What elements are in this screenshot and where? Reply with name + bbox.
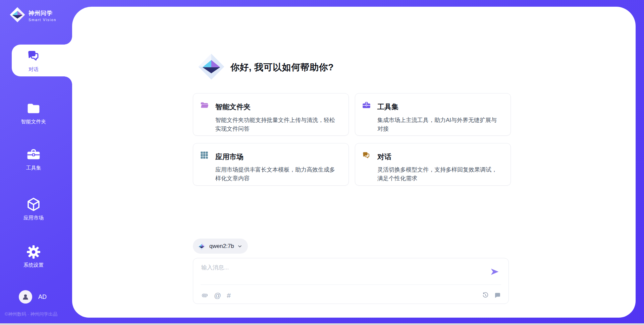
greeting-row: 你好, 我可以如何帮助你? (198, 53, 334, 82)
sidebar-item-app-market[interactable]: 应用市场 (0, 197, 67, 221)
card-description: 灵活切换多模型文件，支持多样回复效果调试，满足个性化需求 (377, 166, 502, 185)
mention-icon[interactable]: @ (214, 292, 221, 299)
chat-icon (26, 49, 41, 64)
chat-bubble-icon[interactable] (494, 292, 501, 299)
user-name: AD (38, 294, 47, 301)
diamond-logo-icon (197, 242, 206, 251)
card-app-market[interactable]: 应用市场 应用市场提供丰富长文本模板，助力高效生成多样化文章内容 (193, 143, 349, 186)
sidebar-item-label: 对话 (29, 66, 39, 73)
toolbox-icon (362, 101, 372, 114)
cube-icon (0, 197, 67, 212)
sidebar-item-label: 工具集 (0, 165, 67, 171)
composer-toolbar: @ # (201, 289, 501, 301)
tab-fillet-bottom (64, 76, 72, 84)
chat-icon (362, 151, 372, 163)
hashtag-icon[interactable]: # (227, 292, 231, 299)
sidebar-item-label: 智能文件夹 (0, 119, 67, 125)
card-title: 应用市场 (215, 152, 340, 161)
gear-icon (0, 245, 67, 259)
send-icon[interactable] (490, 267, 500, 277)
card-toolset[interactable]: 工具集 集成市场上主流工具，助力AI与外界无缝扩展与对接 (355, 93, 511, 136)
history-icon[interactable] (482, 292, 489, 299)
user-profile[interactable]: AD (19, 290, 47, 304)
main-content: 你好, 我可以如何帮助你? 智能文件夹 智能文件夹功能支持批量文件上传与清洗，轻… (193, 0, 511, 325)
tab-fillet-top (64, 37, 72, 45)
sidebar-item-label: 应用市场 (0, 215, 67, 221)
card-title: 智能文件夹 (215, 102, 340, 112)
folder-icon (0, 101, 67, 116)
card-smart-folder[interactable]: 智能文件夹 智能文件夹功能支持批量文件上传与清洗，轻松实现文件问答 (193, 93, 349, 136)
card-title: 对话 (377, 152, 502, 161)
avatar[interactable] (19, 290, 32, 304)
greeting-title: 你好, 我可以如何帮助你? (230, 61, 334, 73)
brand-logo: 神州问学 Smart Vision (9, 7, 56, 24)
chevron-down-icon[interactable] (237, 244, 243, 249)
diamond-logo-icon (9, 7, 25, 24)
card-description: 集成市场上主流工具，助力AI与外界无缝扩展与对接 (377, 116, 502, 136)
feature-cards: 智能文件夹 智能文件夹功能支持批量文件上传与清洗，轻松实现文件问答 工具集 集成… (193, 93, 511, 186)
brand-name: 神州问学 (29, 9, 56, 17)
brand-subtitle: Smart Vision (29, 18, 56, 22)
sidebar-item-smart-folder[interactable]: 智能文件夹 (0, 101, 67, 125)
card-title: 工具集 (377, 102, 502, 112)
sidebar-item-chat[interactable]: 对话 (12, 45, 72, 76)
sidebar-item-settings[interactable]: 系统设置 (0, 245, 67, 268)
message-input[interactable] (201, 264, 486, 281)
sidebar-item-label: 系统设置 (0, 262, 67, 268)
grid-icon (200, 151, 210, 163)
diamond-logo-icon (198, 53, 225, 82)
card-chat[interactable]: 对话 灵活切换多模型文件，支持多样回复效果调试，满足个性化需求 (355, 143, 511, 186)
window-bottom-edge (0, 323, 644, 325)
card-description: 智能文件夹功能支持批量文件上传与清洗，轻松实现文件问答 (215, 116, 340, 136)
toolbox-icon (0, 147, 67, 162)
attachment-icon[interactable] (201, 292, 208, 299)
card-description: 应用市场提供丰富长文本模板，助力高效生成多样化文章内容 (215, 166, 340, 185)
model-selector[interactable]: qwen2:7b (193, 239, 248, 254)
model-name: qwen2:7b (209, 243, 234, 250)
sidebar: 神州问学 Smart Vision 对话 智能文件夹 (0, 0, 72, 325)
copyright-footer: ©神州数码 · 神州问学出品 (5, 311, 57, 317)
folder-open-icon (200, 101, 210, 114)
sidebar-item-toolset[interactable]: 工具集 (0, 147, 67, 171)
message-composer: @ # (193, 258, 509, 304)
composer-divider (201, 284, 501, 285)
